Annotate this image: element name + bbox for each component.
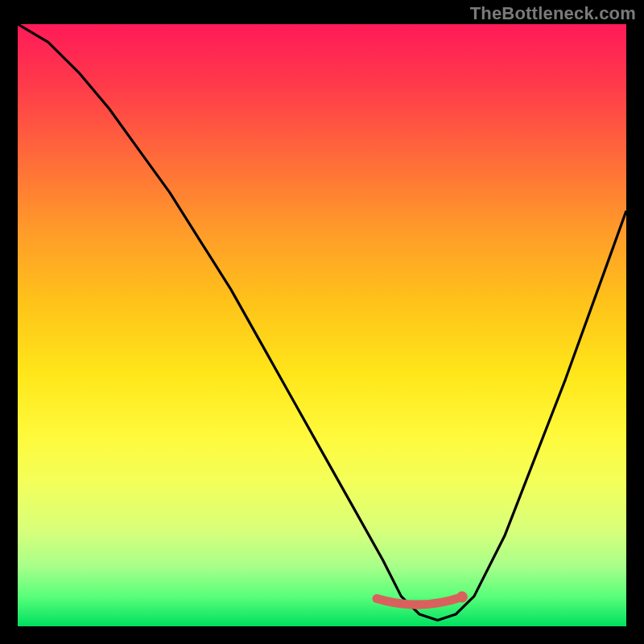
chart-svg	[18, 24, 626, 626]
optimal-range-marker	[377, 597, 462, 605]
bottleneck-curve	[18, 24, 626, 621]
optimal-end-dot	[456, 592, 468, 603]
chart-plot-area	[18, 24, 626, 626]
watermark-text: TheBottleneck.com	[470, 3, 636, 24]
chart-frame: TheBottleneck.com	[0, 0, 644, 644]
